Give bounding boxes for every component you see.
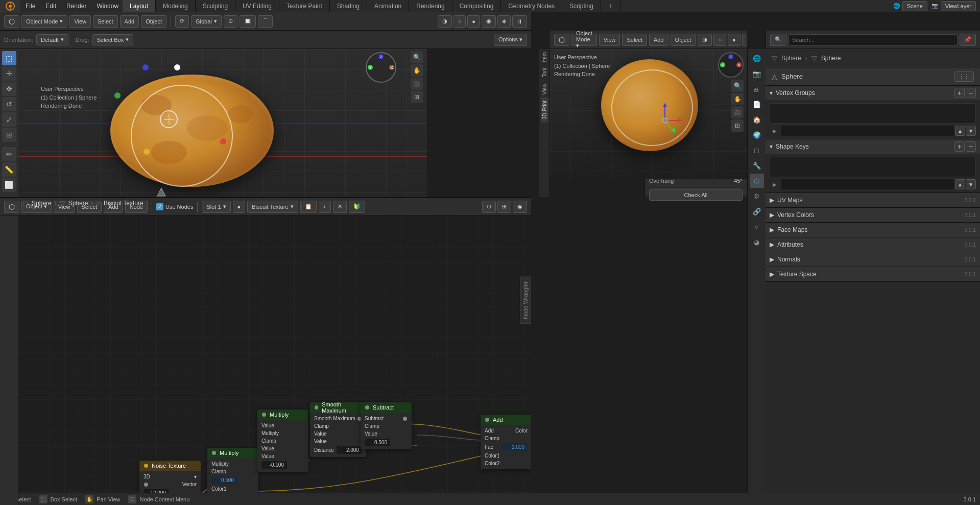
tab-add[interactable]: + xyxy=(601,0,620,12)
shape-keys-header[interactable]: ▾ Shape Keys + − xyxy=(766,139,980,154)
prop-icon-modifier[interactable]: 🔧 xyxy=(750,158,764,173)
vg-add-btn[interactable]: + xyxy=(954,88,965,98)
attributes-header[interactable]: ▶ Attributes 3.0.1 xyxy=(766,237,980,252)
sv-nav-gizmo[interactable]: Z X Y xyxy=(718,52,744,78)
tab-sculpting[interactable]: Sculpting xyxy=(196,0,235,12)
viewport-shading-material[interactable]: ○ xyxy=(453,15,466,28)
m3-num-val[interactable]: -0.100 xyxy=(261,461,287,469)
props-pin-btn[interactable]: 📌 xyxy=(960,34,976,46)
node-subtract[interactable]: Subtract Subtract Clamp Value 0.500 xyxy=(361,402,412,449)
props-search-input[interactable] xyxy=(788,34,958,45)
add-fac-val[interactable]: 1.000 xyxy=(502,443,528,451)
tab-item[interactable]: Item xyxy=(541,49,548,65)
tab-texture-paint[interactable]: Texture Paint xyxy=(279,0,330,12)
prop-icon-render[interactable]: 📷 xyxy=(750,66,764,81)
viewport-orbit-icon[interactable]: 🎥 xyxy=(411,78,423,90)
tab-shading[interactable]: Shading xyxy=(330,0,367,12)
options-btn[interactable]: Options ▾ xyxy=(494,34,527,46)
add-menu-btn[interactable]: Add xyxy=(120,15,139,28)
editor-type-btn[interactable]: ⬡ xyxy=(4,15,19,28)
vg-down-btn[interactable]: ▼ xyxy=(966,126,976,136)
view-layer-selector[interactable]: ViewLayer xyxy=(941,1,976,11)
prop-icon-material[interactable]: ◕ xyxy=(750,235,764,249)
tab-3dprint[interactable]: 3D-Print xyxy=(541,98,548,123)
sk-play-btn[interactable]: ▶ xyxy=(770,179,780,189)
sv-select[interactable]: Select xyxy=(622,34,647,46)
sv-editor-type[interactable]: ⬡ xyxy=(554,34,569,46)
scene-selector[interactable]: Scene xyxy=(902,1,927,11)
sv-icon-orbit[interactable]: 🎥 xyxy=(731,106,744,118)
prop-icon-constraints[interactable]: 🔗 xyxy=(750,204,764,219)
tab-modeling[interactable]: Modeling xyxy=(156,0,196,12)
tab-compositing[interactable]: Compositing xyxy=(452,0,501,12)
vg-up-btn[interactable]: ▲ xyxy=(955,126,965,136)
check-all-btn[interactable]: Check All xyxy=(649,189,743,201)
menu-window[interactable]: Window xyxy=(91,0,124,12)
sk-down-btn[interactable]: ▼ xyxy=(966,179,976,189)
tab-rendering[interactable]: Rendering xyxy=(409,0,452,12)
viewport-shading-solid[interactable]: ◑ xyxy=(438,15,452,28)
tool-transform[interactable]: ⊞ xyxy=(2,128,16,142)
sv-shading-1[interactable]: ◑ xyxy=(698,34,712,46)
node-wrangler-tab[interactable]: Node Wrangler xyxy=(520,277,531,324)
prop-icon-object[interactable]: ◻ xyxy=(750,143,764,157)
viewport-pan-icon[interactable]: ✋ xyxy=(411,64,423,77)
tab-tool[interactable]: Tool xyxy=(541,65,548,80)
sv-shading-2[interactable]: ○ xyxy=(713,34,726,46)
sv-shading-3[interactable]: ● xyxy=(728,34,740,46)
drag-dropdown[interactable]: Select Box ▾ xyxy=(92,34,134,45)
node-layout-btn[interactable]: ⊞ xyxy=(497,201,511,213)
tab-view[interactable]: View xyxy=(541,81,548,98)
material-copy-btn[interactable]: 📋 xyxy=(300,201,317,213)
props-extra-btn[interactable]: ⋮⋮ xyxy=(954,71,974,82)
transform-global-btn[interactable]: Global ▾ xyxy=(191,15,222,28)
sk-add-btn[interactable]: + xyxy=(954,141,965,152)
node-overlay-btn[interactable]: ◉ xyxy=(513,201,527,213)
tab-geometry-nodes[interactable]: Geometry Nodes xyxy=(501,0,562,12)
prop-icon-world[interactable]: 🌍 xyxy=(750,128,764,142)
tab-scripting[interactable]: Scripting xyxy=(562,0,601,12)
prop-icon-scene-props[interactable]: 🏠 xyxy=(750,112,764,127)
use-nodes-checkbox[interactable]: ✓ Use Nodes xyxy=(156,203,193,210)
sm-dist-val[interactable]: 2.000 xyxy=(337,446,362,454)
viewport-camera-icon[interactable]: ⊞ xyxy=(411,91,423,103)
vertex-colors-header[interactable]: ▶ Vertex Colors 3.0.1 xyxy=(766,208,980,222)
vg-remove-btn[interactable]: − xyxy=(966,88,976,98)
node-multiply-1[interactable]: Multiply Multiply Clamp 0.500 Color1 Col… xyxy=(207,448,258,493)
view-menu-btn[interactable]: View xyxy=(69,15,91,28)
prop-icon-physics[interactable]: ⚙ xyxy=(750,189,764,203)
tab-layout[interactable]: Layout xyxy=(123,0,156,12)
material-new-btn[interactable]: + xyxy=(319,201,331,213)
sv-object[interactable]: Object xyxy=(671,34,696,46)
vg-play-btn[interactable]: ▶ xyxy=(770,126,780,136)
tool-cursor[interactable]: ✛ xyxy=(2,66,16,81)
tool-move[interactable]: ✥ xyxy=(2,82,16,96)
falloff-btn[interactable]: ⌒ xyxy=(258,15,273,28)
sv-object-mode[interactable]: Object Mode ▾ xyxy=(571,34,597,46)
tool-scale[interactable]: ⤢ xyxy=(2,112,16,127)
material-dropdown[interactable]: Biscuit Texture ▾ xyxy=(247,201,298,213)
prop-icon-view-layer[interactable]: 📄 xyxy=(750,97,764,111)
prop-icon-data[interactable]: ▿ xyxy=(750,220,764,234)
tool-select[interactable]: ⬚ xyxy=(2,51,16,65)
viewport-zoom-icon[interactable]: 🔍 xyxy=(411,51,423,63)
props-search-btn[interactable]: 🔍 xyxy=(770,34,786,46)
menu-edit[interactable]: Edit xyxy=(40,0,61,12)
tool-rotate[interactable]: ↺ xyxy=(2,97,16,111)
sk-remove-btn[interactable]: − xyxy=(966,141,976,152)
sv-view[interactable]: View xyxy=(599,34,620,46)
tool-add-cube[interactable]: ⬜ xyxy=(2,178,16,192)
slot-dropdown[interactable]: Slot 1 ▾ xyxy=(202,201,230,213)
snap-btn[interactable]: 🔲 xyxy=(240,15,256,28)
sv-icon-grid[interactable]: ⊞ xyxy=(731,119,744,132)
orientation-dropdown[interactable]: Default ▾ xyxy=(36,34,68,45)
transform-gizmo-btn[interactable]: ⟳ xyxy=(175,15,189,28)
menu-file[interactable]: File xyxy=(20,0,40,12)
sv-overlay[interactable]: ◉ xyxy=(742,34,747,46)
menu-render[interactable]: Render xyxy=(61,0,91,12)
texture-space-header[interactable]: ▶ Texture Space 3.0.1 xyxy=(766,267,980,281)
m1-fac-val[interactable]: 0.500 xyxy=(211,476,237,484)
material-icon-btn[interactable]: ● xyxy=(233,201,246,213)
overlay-btn[interactable]: ◉ xyxy=(482,15,496,28)
tab-animation[interactable]: Animation xyxy=(367,0,409,12)
